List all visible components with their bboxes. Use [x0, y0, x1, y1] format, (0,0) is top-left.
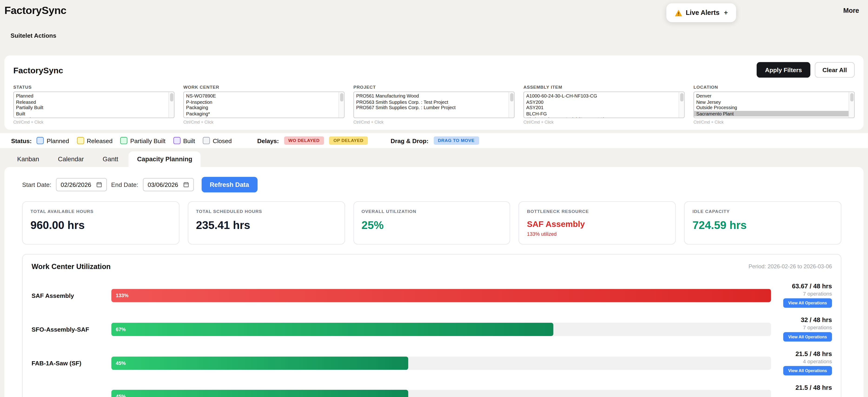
clear-all-button[interactable]: Clear All — [815, 62, 855, 78]
scrollbar[interactable] — [338, 92, 344, 118]
scrollbar-thumb[interactable] — [510, 93, 513, 102]
stat-label: BOTTLENECK RESOURCE — [527, 209, 668, 214]
view-all-operations-button[interactable]: View All Operations — [783, 366, 832, 376]
multiselect-hint: Ctrl/Cmd + Click — [353, 120, 515, 125]
view-tabs: Kanban Calendar Gantt Capacity Planning — [4, 150, 864, 167]
location-multiselect[interactable]: Denver New Jersey Outside Processing Sac… — [693, 91, 855, 118]
location-option-selected[interactable]: Sacramento Plant — [694, 111, 854, 116]
row-stats: 32 / 48 hrs 7 operations View All Operat… — [777, 317, 832, 342]
operations-count: 4 operations — [803, 358, 832, 364]
assembly-item-option[interactable]: BLCH-FG — [524, 111, 684, 116]
live-alerts-label: Live Alerts — [686, 9, 719, 17]
status-option[interactable]: Closed — [14, 116, 174, 118]
work-center-option[interactable]: Packaging — [184, 105, 344, 111]
assembly-item-option[interactable]: ASY200 — [524, 99, 684, 105]
refresh-data-button[interactable]: Refresh Data — [201, 177, 257, 193]
stat-card-total-available-hours: TOTAL AVAILABLE HOURS 960.00 hrs — [22, 201, 179, 245]
multiselect-hint: Ctrl/Cmd + Click — [13, 120, 174, 125]
more-button[interactable]: More — [843, 7, 859, 15]
drag-to-move-badge: DRAG TO MOVE — [434, 136, 479, 145]
scrollbar-thumb[interactable] — [850, 93, 853, 102]
project-multiselect[interactable]: PRO561 Manufacturing Wood PRO563 Smith S… — [353, 91, 515, 118]
work-center-option[interactable]: Packaging* — [184, 111, 344, 116]
legend-item-partially-built: Partially Built — [120, 137, 165, 144]
work-center-option[interactable]: NS-WO7890E — [184, 93, 344, 99]
start-date-value: 02/26/2026 — [61, 181, 91, 188]
scrollbar[interactable] — [848, 92, 854, 118]
work-center-name: SFO-Assembly-SAF — [32, 326, 111, 333]
scrollbar-thumb[interactable] — [170, 93, 173, 102]
live-alerts-button[interactable]: Live Alerts + — [666, 3, 736, 22]
suitelet-actions-label: Suitelet Actions — [10, 32, 56, 39]
assembly-item-option[interactable]: ASY201 — [524, 105, 684, 111]
view-all-operations-button[interactable]: View All Operations — [783, 298, 832, 308]
filter-group-assembly-item: ASSEMBLY ITEM A1000-60-24-30-L-CH-NF103-… — [524, 85, 685, 125]
work-center-option[interactable]: P-Inspection — [184, 99, 344, 105]
legend-delays-label: Delays: — [257, 137, 279, 144]
legend-item-label: Released — [87, 137, 113, 144]
view-all-operations-button[interactable]: View All Operations — [783, 332, 832, 342]
utilization-percent-label: 45% — [116, 394, 126, 397]
status-multiselect[interactable]: Planned Released Partially Built Built C… — [13, 91, 174, 118]
work-center-name: FAB-1A-Saw (SF) — [32, 360, 111, 366]
filter-label-status: STATUS — [13, 85, 174, 90]
app-root: FactorySync Suitelet Actions Live Alerts… — [0, 0, 868, 397]
assembly-item-multiselect[interactable]: A1000-60-24-30-L-CH-NF103-CG ASY200 ASY2… — [524, 91, 685, 118]
start-date-input[interactable]: 02/26/2026 — [56, 178, 107, 191]
tab-calendar[interactable]: Calendar — [50, 151, 92, 167]
scrollbar[interactable] — [168, 92, 174, 118]
utilization-row: 45% 21.5 / 48 hrs — [32, 384, 832, 397]
location-option[interactable]: Denver — [694, 93, 854, 99]
capacity-planning-panel: Start Date: 02/26/2026 End Date: 03/06/2… — [4, 167, 864, 397]
utilization-period: Period: 2026-02-26 to 2026-03-06 — [748, 263, 832, 270]
stat-label: TOTAL SCHEDULED HOURS — [196, 209, 337, 214]
location-option[interactable]: Outside Processing — [694, 105, 854, 111]
tab-kanban[interactable]: Kanban — [9, 151, 48, 167]
assembly-item-option[interactable]: A1000-60-24-30-L-CH-NF103-CG — [524, 93, 684, 99]
status-option[interactable]: Built — [14, 111, 174, 116]
end-date-input[interactable]: 03/06/2026 — [143, 178, 194, 191]
scrollbar[interactable] — [508, 92, 514, 118]
filter-group-status: STATUS Planned Released Partially Built … — [13, 85, 174, 125]
filter-group-project: PROJECT PRO561 Manufacturing Wood PRO563… — [353, 85, 515, 125]
tab-gantt[interactable]: Gantt — [94, 151, 127, 167]
filter-label-assembly-item: ASSEMBLY ITEM — [524, 85, 685, 90]
work-center-option[interactable]: Prep Station — [184, 116, 344, 118]
date-range-controls: Start Date: 02/26/2026 End Date: 03/06/2… — [22, 177, 841, 193]
filter-panel-title: FactorySync — [13, 65, 63, 75]
scrollbar[interactable] — [679, 92, 684, 118]
closed-status-swatch — [203, 137, 210, 144]
apply-filters-button[interactable]: Apply Filters — [757, 62, 810, 78]
status-option[interactable]: Partially Built — [14, 105, 174, 111]
topbar: FactorySync Suitelet Actions Live Alerts… — [0, 0, 868, 55]
scrollbar-thumb[interactable] — [680, 93, 683, 102]
project-option[interactable]: PRO561 Manufacturing Wood — [354, 93, 514, 99]
utilization-bar: 133% — [111, 288, 771, 302]
hours-value: 63.67 / 48 hrs — [792, 283, 832, 289]
filter-label-project: PROJECT — [353, 85, 515, 90]
tab-capacity-planning[interactable]: Capacity Planning — [129, 151, 200, 167]
row-stats: 63.67 / 48 hrs 7 operations View All Ope… — [777, 283, 832, 308]
stat-card-total-scheduled-hours: TOTAL SCHEDULED HOURS 235.41 hrs — [188, 201, 345, 245]
start-date-label: Start Date: — [22, 181, 51, 188]
legend-status-label: Status: — [11, 137, 32, 144]
work-center-multiselect[interactable]: NS-WO7890E P-Inspection Packaging Packag… — [183, 91, 344, 118]
project-option[interactable]: PRO563 Smith Supplies Corp. : Test Proje… — [354, 99, 514, 105]
multiselect-hint: Ctrl/Cmd + Click — [524, 120, 685, 125]
calendar-icon[interactable] — [183, 182, 189, 188]
status-option[interactable]: Released — [14, 99, 174, 105]
app-title: FactorySync — [4, 4, 66, 17]
scrollbar-thumb[interactable] — [340, 93, 343, 102]
filter-group-location: LOCATION Denver New Jersey Outside Proce… — [693, 85, 855, 125]
status-option[interactable]: Planned — [14, 93, 174, 99]
assembly-item-option[interactable]: Chair - Mahogany Serial (Demo - 4.0) — [524, 116, 684, 118]
legend-item-closed: Closed — [203, 137, 232, 144]
stat-label: IDLE CAPACITY — [692, 209, 833, 214]
location-option[interactable]: New Jersey — [694, 99, 854, 105]
calendar-icon[interactable] — [96, 182, 102, 188]
hours-value: 32 / 48 hrs — [801, 317, 832, 323]
stat-label: TOTAL AVAILABLE HOURS — [30, 209, 171, 214]
work-center-utilization-card: Work Center Utilization Period: 2026-02-… — [22, 254, 841, 397]
operations-count: 7 operations — [803, 291, 832, 297]
project-option[interactable]: PRO567 Smith Supplies Corp. : Lumber Pro… — [354, 105, 514, 111]
